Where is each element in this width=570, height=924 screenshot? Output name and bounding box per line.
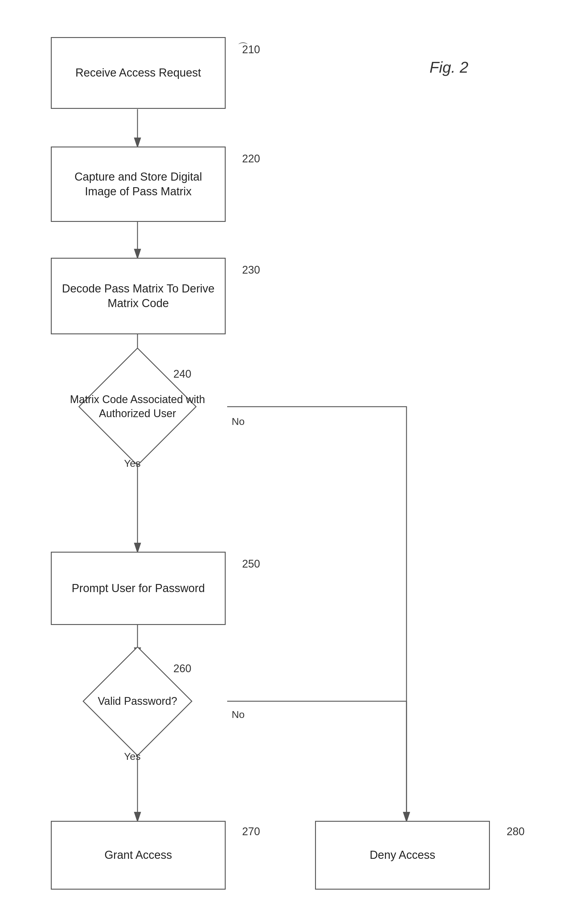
diamond-260-text: Valid Password? [98, 694, 177, 708]
diamond-260-wrapper: Valid Password? [48, 656, 227, 746]
step-label-240: 240 [173, 368, 191, 381]
yes-label-240: Yes [124, 457, 141, 469]
step-label-260: 260 [173, 662, 191, 675]
diagram-container: Receive Access Request 210 ⌒ Capture and… [0, 0, 570, 924]
box-210: Receive Access Request [51, 37, 226, 109]
no-label-260: No [231, 709, 245, 720]
connector-svg [0, 0, 570, 924]
step-label-250: 250 [242, 558, 260, 570]
box-220: Capture and Store Digital Image of Pass … [51, 147, 226, 222]
yes-label-260: Yes [124, 751, 141, 762]
box-280: Deny Access [315, 821, 490, 890]
step-label-230: 230 [242, 264, 260, 276]
box-230: Decode Pass Matrix To Derive Matrix Code [51, 258, 226, 334]
box-270: Grant Access [51, 821, 226, 890]
diamond-240-text: Matrix Code Associated with Authorized U… [48, 393, 227, 421]
step-label-220: 220 [242, 152, 260, 165]
fig-label: Fig. 2 [429, 58, 468, 76]
step-label-280: 280 [507, 825, 524, 838]
no-label-240: No [231, 416, 245, 427]
step-label-270: 270 [242, 825, 260, 838]
diamond-240-wrapper: Matrix Code Associated with Authorized U… [48, 362, 227, 451]
box-250: Prompt User for Password [51, 552, 226, 625]
